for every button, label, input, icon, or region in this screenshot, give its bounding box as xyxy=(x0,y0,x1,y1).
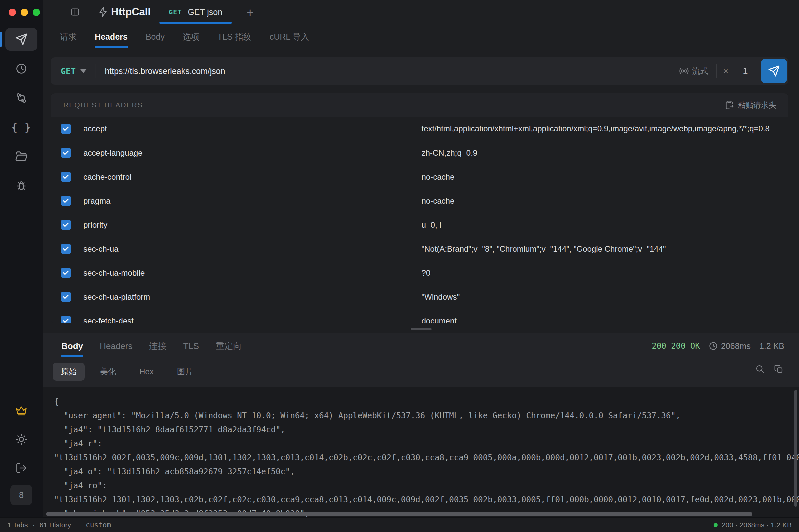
header-checkbox[interactable] xyxy=(61,172,71,182)
header-value[interactable]: ?0 xyxy=(422,268,788,278)
sidebar-item-requests[interactable] xyxy=(5,28,37,51)
header-value[interactable]: text/html,application/xhtml+xml,applicat… xyxy=(422,124,788,133)
header-name[interactable]: sec-ch-ua-platform xyxy=(83,292,150,302)
code-line: "t13d1516h2_002f,0035,009c,009d,1301,130… xyxy=(54,451,799,465)
view-tab-Hex[interactable]: Hex xyxy=(131,363,162,380)
header-name[interactable]: sec-ch-ua-mobile xyxy=(83,268,145,278)
paste-headers-button[interactable]: 粘贴请求头 xyxy=(725,100,776,110)
header-value[interactable]: "Windows" xyxy=(422,292,788,302)
request-tab-请求[interactable]: 请求 xyxy=(60,25,77,48)
section-title: REQUEST HEADERS xyxy=(63,101,143,109)
sidebar-toggle-icon[interactable] xyxy=(70,7,80,17)
request-tabs: 请求HeadersBody选项TLS 指纹cURL 导入 xyxy=(43,24,799,49)
response-time: 2068ms xyxy=(721,341,751,351)
tabs-count[interactable]: 1 Tabs xyxy=(7,521,28,529)
header-name[interactable]: priority xyxy=(83,220,107,230)
update-count-badge[interactable]: 8 xyxy=(10,484,32,505)
view-tab-图片[interactable]: 图片 xyxy=(169,363,201,381)
response-tab-重定向[interactable]: 重定向 xyxy=(216,335,242,357)
new-tab-button[interactable]: + xyxy=(243,5,257,20)
header-value[interactable]: u=0, i xyxy=(422,220,788,230)
header-checkbox[interactable] xyxy=(61,124,71,134)
header-checkbox[interactable] xyxy=(61,220,71,230)
copy-icon[interactable] xyxy=(774,364,784,374)
sidebar: { } xyxy=(0,0,43,517)
repeat-count-input[interactable]: 1 xyxy=(737,66,754,76)
header-name[interactable]: sec-ch-ua xyxy=(83,244,118,254)
header-name[interactable]: cache-control xyxy=(83,172,131,182)
header-checkbox[interactable] xyxy=(61,292,71,302)
view-tab-原始[interactable]: 原始 xyxy=(53,363,85,381)
body-view-tabs: 原始美化Hex图片 xyxy=(43,361,799,382)
request-tab-Headers[interactable]: Headers xyxy=(95,26,128,48)
header-checkbox[interactable] xyxy=(61,268,71,278)
response-tab-连接[interactable]: 连接 xyxy=(149,335,166,357)
app-window: { } xyxy=(0,0,799,532)
panel-resize-handle[interactable] xyxy=(411,328,431,330)
titlebar: HttpCall GET GET json + xyxy=(43,0,799,24)
header-name[interactable]: sec-fetch-dest xyxy=(83,316,134,324)
header-name[interactable]: accept xyxy=(83,124,107,133)
search-icon[interactable] xyxy=(755,364,765,374)
header-checkbox[interactable] xyxy=(61,316,71,323)
request-tab-Body[interactable]: Body xyxy=(146,26,165,48)
braces-icon: { } xyxy=(11,122,31,133)
stream-toggle[interactable]: 流式 xyxy=(679,66,716,76)
zoom-window-button[interactable] xyxy=(33,9,40,16)
header-value[interactable]: "Not(A:Brand";v="8", "Chromium";v="144",… xyxy=(422,244,788,254)
sidebar-item-upgrade[interactable] xyxy=(5,399,37,422)
logout-icon xyxy=(15,462,27,474)
request-tab-cURL 导入[interactable]: cURL 导入 xyxy=(270,25,309,48)
sidebar-item-debug[interactable] xyxy=(5,175,37,197)
response-tab-TLS[interactable]: TLS xyxy=(183,336,199,357)
response-body[interactable]: { "user_agent": "Mozilla/5.0 (Windows NT… xyxy=(43,387,799,517)
header-row: sec-ch-ua-platform"Windows" xyxy=(51,285,788,309)
send-button[interactable] xyxy=(761,59,787,83)
code-line: "ja4_r": xyxy=(54,437,799,451)
sidebar-item-logout[interactable] xyxy=(5,457,37,479)
close-window-button[interactable] xyxy=(9,9,16,16)
header-name[interactable]: accept-language xyxy=(83,148,143,158)
sidebar-item-theme[interactable] xyxy=(5,428,37,451)
clock-icon xyxy=(709,341,718,351)
code-line: "user_agent": "Mozilla/5.0 (Windows NT 1… xyxy=(54,408,799,423)
response-tab-Headers[interactable]: Headers xyxy=(100,336,132,357)
sidebar-item-history[interactable] xyxy=(5,57,37,80)
response-tab-Body[interactable]: Body xyxy=(61,336,83,357)
request-tab-TLS 指纹[interactable]: TLS 指纹 xyxy=(218,25,252,48)
paste-headers-label: 粘贴请求头 xyxy=(738,100,776,110)
header-value[interactable]: no-cache xyxy=(422,196,788,206)
code-line: "t13d1516h2_1301,1302,1303,c02b,c02f,c02… xyxy=(54,493,799,507)
header-checkbox[interactable] xyxy=(61,148,71,158)
view-tab-美化[interactable]: 美化 xyxy=(92,363,124,381)
header-checkbox[interactable] xyxy=(61,196,71,206)
header-checkbox[interactable] xyxy=(61,244,71,254)
header-row: pragmano-cache xyxy=(51,189,788,213)
vertical-scrollbar[interactable] xyxy=(794,390,797,507)
stream-label: 流式 xyxy=(692,66,708,76)
compare-icon xyxy=(15,92,27,104)
lightning-icon xyxy=(98,7,108,17)
horizontal-scrollbar[interactable] xyxy=(46,512,752,516)
badge-label: 8 xyxy=(19,490,24,500)
sidebar-item-compare[interactable] xyxy=(5,87,37,109)
sidebar-item-variables[interactable]: { } xyxy=(5,116,37,139)
history-count[interactable]: 61 History xyxy=(40,521,71,529)
header-value[interactable]: no-cache xyxy=(422,172,788,182)
code-line: "ja4_ro": xyxy=(54,479,799,493)
chevron-down-icon xyxy=(80,69,86,73)
header-name[interactable]: pragma xyxy=(83,196,110,206)
request-headers-header: REQUEST HEADERS 粘贴请求头 xyxy=(51,93,788,117)
sidebar-item-collections[interactable] xyxy=(5,145,37,168)
url-input[interactable]: https://tls.browserleaks.com/json xyxy=(95,66,679,76)
request-tab[interactable]: GET GET json xyxy=(160,0,232,24)
environment-label[interactable]: custom xyxy=(86,521,111,529)
minimize-window-button[interactable] xyxy=(21,9,28,16)
clock-icon xyxy=(15,63,27,75)
header-value[interactable]: zh-CN,zh;q=0.9 xyxy=(422,148,788,158)
header-value[interactable]: document xyxy=(422,316,788,324)
response-panel: BodyHeaders连接TLS重定向 200 200 OK 2068ms 1.… xyxy=(43,333,799,517)
folder-icon xyxy=(15,150,28,163)
request-tab-选项[interactable]: 选项 xyxy=(183,25,200,48)
method-selector[interactable]: GET xyxy=(51,66,95,76)
